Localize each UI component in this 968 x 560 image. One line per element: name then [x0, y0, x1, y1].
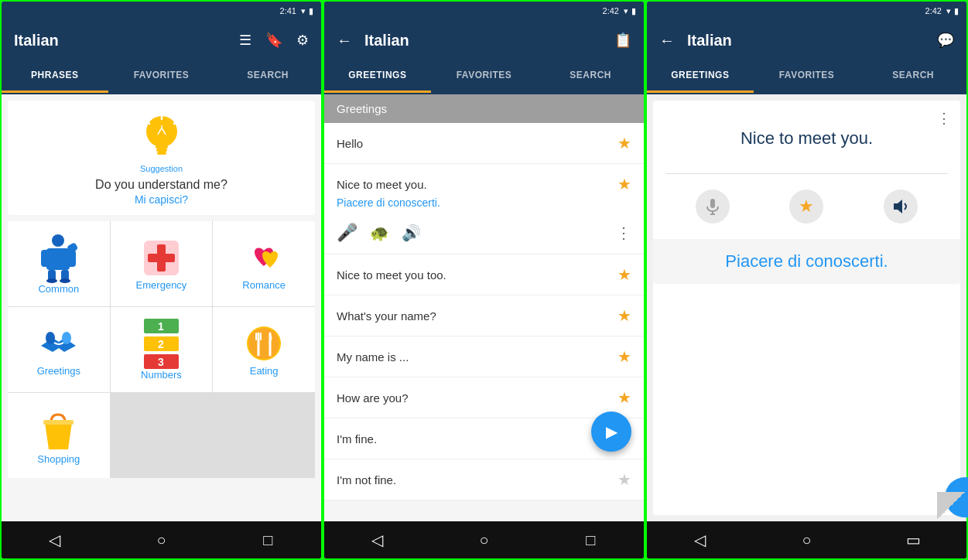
document-icon[interactable]: 📋	[614, 32, 631, 49]
comment-icon[interactable]: 💬	[937, 32, 954, 49]
status-icons-2: ▾ ▮	[624, 6, 636, 16]
more-icon[interactable]: ⋮	[616, 224, 631, 242]
back-arrow-3[interactable]: ←	[659, 32, 675, 50]
tab-favorites-1[interactable]: FAVORITES	[108, 60, 215, 93]
phrase-en-imfine: I'm fine.	[337, 432, 611, 446]
header-icons-1: ☰ 🔖 ⚙	[239, 32, 309, 49]
back-btn-2[interactable]: ◁	[324, 531, 431, 549]
fab-play-btn[interactable]: ▶	[591, 411, 631, 452]
phrase-en-name: What's your name?	[337, 309, 611, 323]
category-greetings[interactable]: Greetings	[8, 307, 110, 392]
card-mic-btn[interactable]	[696, 190, 730, 224]
home-btn-1[interactable]: ○	[108, 531, 215, 549]
phrase-row-nicetomeetyou[interactable]: Nice to meet you. ★ Piacere di conoscert…	[324, 164, 644, 254]
tab-search-2[interactable]: SEARCH	[537, 60, 644, 93]
panel3-content: ⋮ Nice to meet you. ★	[647, 94, 966, 521]
tab-greetings-2[interactable]: GREETINGS	[324, 60, 431, 93]
svg-rect-36	[43, 420, 74, 425]
recent-btn-2[interactable]: □	[537, 531, 644, 549]
category-common[interactable]: Common	[8, 221, 110, 306]
home-btn-2[interactable]: ○	[431, 531, 538, 549]
bookmark-icon[interactable]: 🔖	[265, 32, 282, 49]
svg-rect-12	[41, 250, 50, 267]
status-icons-3: ▾ ▮	[946, 6, 959, 16]
star-name[interactable]: ★	[617, 306, 631, 325]
time-2: 2:42	[603, 6, 619, 15]
svg-point-31	[248, 328, 279, 359]
svg-point-23	[62, 332, 71, 344]
tab-search-3[interactable]: SEARCH	[860, 60, 966, 93]
status-bar-1: 2:41 ▾ ▮	[2, 2, 321, 20]
star-imnotfine[interactable]: ★	[617, 470, 631, 489]
star-myname[interactable]: ★	[617, 347, 631, 366]
category-eating[interactable]: Eating	[213, 307, 315, 392]
home-btn-3[interactable]: ○	[754, 531, 860, 549]
recent-btn-3[interactable]: ▭	[860, 531, 966, 549]
common-icon	[37, 233, 80, 283]
svg-marker-40	[894, 200, 902, 213]
back-btn-3[interactable]: ◁	[647, 531, 754, 549]
phrase-row-myname[interactable]: My name is ... ★	[324, 336, 644, 377]
slow-icon[interactable]: 🐢	[370, 224, 389, 242]
star-ntmytoo[interactable]: ★	[617, 265, 631, 284]
phrase-row-howareyou[interactable]: How are you? ★	[324, 377, 644, 418]
panel2-wrapper: Greetings Hello ★ Nice to meet you. ★ Pi…	[324, 94, 644, 521]
section-header-greetings: Greetings	[324, 94, 644, 123]
card-more-icon[interactable]: ⋮	[937, 110, 951, 127]
tab-favorites-2[interactable]: FAVORITES	[431, 60, 538, 93]
time-3: 2:42	[925, 6, 942, 15]
suggestion-en: Do you understand me?	[95, 178, 227, 192]
svg-text:1: 1	[158, 320, 164, 333]
star-ntmy[interactable]: ★	[617, 175, 631, 193]
category-shopping-label: Shopping	[37, 453, 80, 465]
settings-icon[interactable]: ⚙	[296, 32, 309, 49]
romance-icon	[243, 237, 286, 279]
app-header-2: ← Italian 📋	[324, 20, 644, 60]
back-arrow-2[interactable]: ←	[337, 32, 352, 50]
phrase-actions: 🎤 🐢 🔊 ⋮	[337, 217, 631, 243]
svg-line-5	[147, 121, 149, 124]
category-grid: Common Emergency Romance	[8, 221, 315, 478]
back-btn-1[interactable]: ◁	[2, 531, 108, 549]
card-actions-row: ★	[665, 180, 948, 233]
tab-search-1[interactable]: SEARCH	[214, 60, 321, 93]
tab-favorites-3[interactable]: FAVORITES	[754, 60, 860, 93]
category-emergency[interactable]: Emergency	[111, 221, 213, 306]
recent-btn-1[interactable]: □	[214, 531, 321, 549]
speaker-icon[interactable]: 🔊	[402, 224, 421, 242]
category-shopping[interactable]: Shopping	[8, 393, 110, 478]
phrase-row-imnotfine[interactable]: I'm not fine. ★	[324, 459, 644, 500]
phrase-row-name[interactable]: What's your name? ★	[324, 295, 644, 336]
panel-2: 2:42 ▾ ▮ ← Italian 📋 GREETINGS FAVORITES…	[324, 2, 644, 558]
app-title-3: Italian	[687, 32, 929, 50]
card-phrase-it-wrapper: Piacere di conoscerti.	[653, 239, 960, 284]
phrase-row-ntmytoo[interactable]: Nice to meet you too. ★	[324, 254, 644, 295]
svg-line-6	[174, 121, 176, 124]
phrase-en-howareyou: How are you?	[337, 391, 611, 405]
status-icons-1: ▾ ▮	[301, 6, 313, 16]
category-romance[interactable]: Romance	[213, 221, 315, 306]
wifi-icon-3: ▾	[946, 6, 951, 16]
header-icons-2: 📋	[614, 32, 631, 49]
tab-phrases[interactable]: PHRASES	[2, 60, 108, 93]
card-phrase-it: Piacere di conoscerti.	[713, 239, 900, 283]
card-star-btn[interactable]: ★	[789, 190, 823, 224]
svg-rect-1	[156, 145, 168, 149]
star-hello[interactable]: ★	[617, 134, 631, 152]
star-howareyou[interactable]: ★	[617, 388, 631, 407]
phrase-row-hello[interactable]: Hello ★	[324, 123, 644, 164]
tab-bar-3: GREETINGS FAVORITES SEARCH	[647, 60, 966, 94]
category-numbers-label: Numbers	[141, 369, 182, 381]
mic-icon[interactable]: 🎤	[337, 223, 357, 243]
translation-card: ⋮ Nice to meet you. ★	[653, 101, 960, 515]
tab-greetings-3[interactable]: GREETINGS	[647, 60, 754, 93]
category-numbers[interactable]: 1 2 3 Numbers	[111, 307, 213, 392]
svg-rect-37	[710, 199, 715, 208]
app-header-1: Italian ☰ 🔖 ⚙	[2, 20, 321, 60]
phrase-row-top-7: I'm fine. ★	[337, 429, 631, 448]
wifi-icon-2: ▾	[624, 6, 628, 16]
card-speaker-btn[interactable]	[884, 190, 918, 224]
menu-icon[interactable]: ☰	[239, 32, 251, 49]
bottom-nav-2: ◁ ○ □	[324, 521, 644, 558]
svg-text:3: 3	[158, 356, 164, 368]
